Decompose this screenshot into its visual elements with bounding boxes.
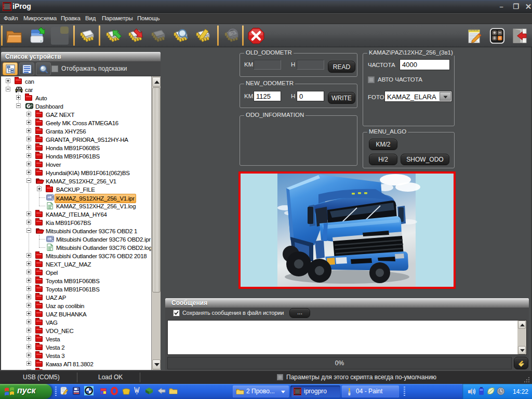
svg-text:?: ?: [231, 30, 235, 38]
